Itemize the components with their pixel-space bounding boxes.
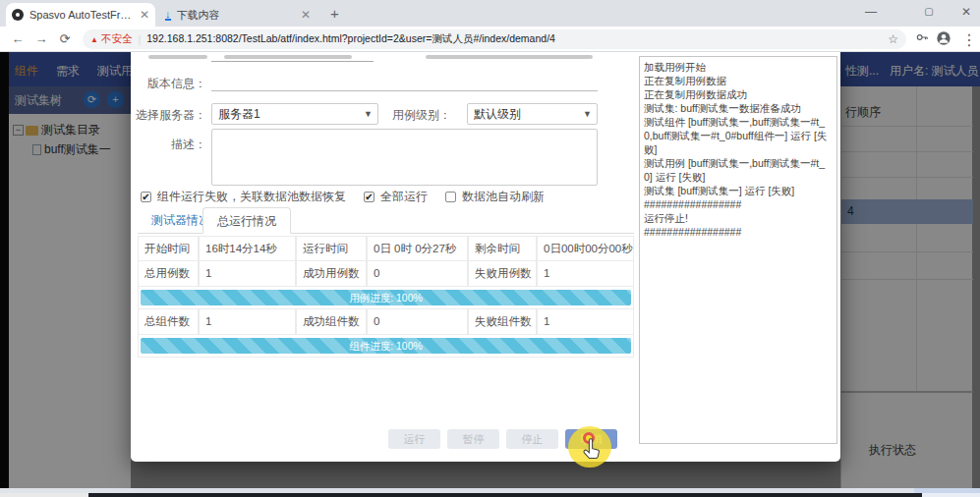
cell-total-components-label: 总组件数 [138, 309, 199, 335]
download-icon: ↓ [165, 10, 171, 21]
version-input[interactable] [211, 74, 598, 91]
server-select[interactable]: 服务器1 ▼ [211, 103, 378, 125]
checkbox-datapool-restore[interactable]: ✔ [141, 192, 151, 202]
security-warning-icon: ▲ [90, 35, 98, 44]
chevron-down-icon: ▼ [583, 104, 592, 124]
screen: Spasvo AutoTestFramework ✕ ↓ 下载内容 ✕ + — … [0, 0, 980, 497]
cancel-button[interactable]: 取消 [565, 429, 617, 449]
checkbox-datapool-autorefresh[interactable] [445, 192, 456, 202]
log-line: 正在复制用例数据成功 [644, 87, 833, 101]
case-progress-bar: 用例进度: 100% [141, 290, 631, 305]
window-close-button[interactable]: ✕ [947, 0, 980, 26]
level-label: 用例级别： [386, 107, 451, 124]
checkbox-run-all[interactable]: ✔ [364, 192, 375, 202]
chevron-down-icon: ▼ [364, 104, 373, 124]
tab-close-icon[interactable]: ✕ [301, 8, 311, 22]
description-textarea[interactable] [211, 129, 598, 186]
clipped-input-underline [211, 61, 374, 62]
server-select-value: 服务器1 [218, 107, 260, 121]
log-line: 正在复制用例数据 [644, 74, 833, 87]
new-tab-button[interactable]: + [330, 5, 339, 22]
clipped-value [426, 55, 593, 59]
log-line: ################# [644, 225, 833, 239]
log-line: 测试集 [buff测试集一] 运行 [失败] [644, 184, 833, 197]
back-icon[interactable]: ← [8, 29, 28, 49]
cell-failed-cases-value: 1 [537, 261, 634, 287]
reload-icon[interactable]: ⟳ [55, 29, 75, 49]
tab-title: 下载内容 [177, 8, 295, 23]
log-line: 加载用例开始 [644, 60, 833, 74]
run-log-output[interactable]: 加载用例开始 正在复制用例数据 正在复制用例数据成功 测试集: buff测试集一… [639, 56, 837, 444]
bookmark-star-icon[interactable]: ☆ [888, 32, 898, 46]
log-line: 测试用例 [buff测试集一,buff测试集一#t_0] 运行 [失败] [644, 156, 833, 184]
cell-failed-components-value: 1 [537, 309, 634, 335]
run-options-row: ✔ 组件运行失败，关联数据池数据恢复 ✔ 全部运行 数据池自动刷新 [141, 189, 556, 204]
log-line: 测试集: buff测试集一数据准备成功 [644, 101, 833, 115]
cell-start-time-label: 开始时间 [138, 236, 199, 261]
cell-failed-cases-label: 失败用例数 [468, 261, 537, 287]
log-line: ################# [644, 197, 833, 211]
security-warning-label[interactable]: 不安全 [101, 32, 133, 46]
browser-toolbar: ← → ⟳ ▲ 不安全 | 192.168.1.251:8082/TestLab… [0, 27, 980, 52]
chrome-menu-icon[interactable]: ⋮ [959, 30, 979, 48]
run-button[interactable]: 运行 [388, 429, 440, 449]
address-bar[interactable]: ▲ 不安全 | 192.168.1.251:8082/TestLab/atf/i… [83, 29, 906, 49]
cell-total-cases-label: 总用例数 [138, 261, 199, 287]
checkbox-label[interactable]: 组件运行失败，关联数据池数据恢复 [157, 189, 346, 205]
pause-button[interactable]: 暂停 [447, 429, 499, 449]
cell-run-time-label: 运行时间 [296, 236, 367, 261]
cell-failed-components-label: 失败组件数 [468, 309, 537, 335]
log-line: 测试组件 [buff测试集一,buff测试集一#t_0,buff测试集一#t_0… [644, 115, 833, 156]
window-minimize-button[interactable]: — [851, 0, 891, 26]
bottom-edge [0, 493, 980, 497]
forward-icon[interactable]: → [31, 29, 51, 49]
description-label: 描述： [136, 137, 206, 153]
cell-remaining-time-value: 0日00时00分00秒 [537, 236, 634, 261]
cell-start-time-value: 16时14分14秒 [199, 236, 296, 261]
tab-total-run-status[interactable]: 总运行情况 [202, 207, 291, 234]
cell-run-time-value: 0日 0时 0分27秒 [367, 236, 468, 261]
browser-tab-active[interactable]: Spasvo AutoTestFramework ✕ [6, 3, 155, 27]
tab-close-icon[interactable]: ✕ [140, 8, 149, 22]
window-maximize-button[interactable]: ▢ [909, 0, 949, 26]
checkbox-label[interactable]: 全部运行 [380, 189, 428, 205]
cell-total-cases-value: 1 [199, 261, 296, 287]
server-label: 选择服务器： [136, 107, 206, 124]
run-testset-dialog: 版本信息： 选择服务器： 服务器1 ▼ 用例级别： 默认级别 ▼ 描述： ✔ 组… [131, 52, 840, 462]
profile-avatar-icon[interactable] [934, 30, 953, 48]
cell-success-components-label: 成功组件数 [296, 309, 367, 335]
table-row: 开始时间 16时14分14秒 运行时间 0日 0时 0分27秒 剩余时间 0日0… [138, 236, 634, 261]
stop-button[interactable]: 停止 [506, 429, 558, 449]
run-stats-table: 开始时间 16时14分14秒 运行时间 0日 0时 0分27秒 剩余时间 0日0… [138, 236, 634, 358]
table-row: 总用例数 1 成功用例数 0 失败用例数 1 [138, 261, 634, 287]
site-favicon [12, 9, 24, 21]
url-text[interactable]: 192.168.1.251:8082/TestLab/atf/index.htm… [146, 32, 882, 46]
component-progress-row: 组件进度: 100% [138, 335, 634, 358]
browser-tab-downloads[interactable]: ↓ 下载内容 ✕ [159, 3, 317, 27]
level-select[interactable]: 默认级别 ▼ [467, 103, 598, 125]
log-line: 运行停止! [644, 211, 833, 225]
version-label: 版本信息： [136, 76, 206, 92]
clipped-label [148, 55, 207, 59]
case-progress-row: 用例进度: 100% [138, 287, 634, 309]
level-select-value: 默认级别 [474, 107, 521, 121]
cell-success-components-value: 0 [367, 309, 468, 335]
cell-remaining-time-label: 剩余时间 [468, 236, 537, 261]
cell-success-cases-label: 成功用例数 [296, 261, 367, 287]
cell-success-cases-value: 0 [367, 261, 468, 287]
status-tabs: 测试器情况 总运行情况 [138, 207, 634, 234]
cell-total-components-value: 1 [199, 309, 296, 335]
component-progress-bar: 组件进度: 100% [141, 338, 631, 354]
password-key-icon[interactable] [912, 30, 932, 48]
browser-tab-strip: Spasvo AutoTestFramework ✕ ↓ 下载内容 ✕ + [0, 0, 980, 27]
table-row: 总组件数 1 成功组件数 0 失败组件数 1 [138, 309, 634, 335]
tab-title: Spasvo AutoTestFramework [29, 9, 134, 21]
checkbox-label[interactable]: 数据池自动刷新 [462, 189, 545, 205]
divider: | [138, 33, 141, 45]
clipped-value [224, 55, 352, 59]
